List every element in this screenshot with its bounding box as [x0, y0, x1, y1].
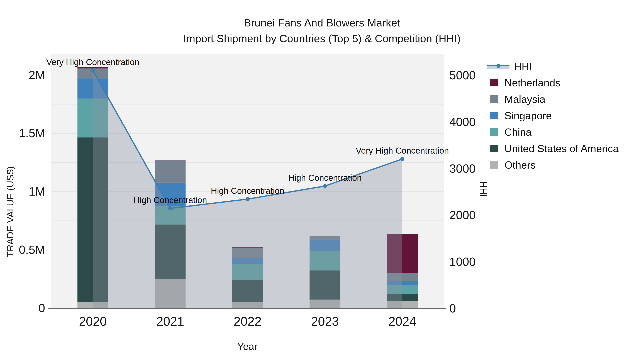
y-axis-title-right: HHI	[478, 150, 489, 228]
y-right-tick-1000: 1000	[449, 255, 476, 268]
annotation-2023: High Concentration	[288, 173, 362, 183]
chart-title-line1: Brunei Fans And Blowers Market	[0, 15, 644, 31]
bar-segment-netherlands-2021	[155, 160, 186, 160]
y-right-tick-5000: 5000	[449, 69, 476, 82]
x-tick-2022: 2022	[234, 315, 262, 328]
hhi-dot-2024	[400, 157, 404, 161]
hhi-dot-2020	[91, 68, 95, 72]
legend-item-malaysia: Malaysia	[490, 93, 618, 105]
legend-label: United States of America	[504, 142, 618, 154]
legend-label: China	[504, 126, 532, 138]
x-axis-title: Year	[194, 341, 301, 352]
x-tick-2020: 2020	[79, 315, 107, 328]
y-right-tick-2000: 2000	[449, 208, 476, 222]
legend-item-united-states-of-america: United States of America	[490, 143, 618, 154]
legend-label: HHI	[514, 60, 532, 72]
bar-segment-netherlands-2020	[78, 67, 108, 68]
annotation-2024: Very High Concentration	[356, 146, 449, 155]
annotation-2022: High Concentration	[211, 186, 284, 196]
legend-label: Malaysia	[504, 93, 546, 105]
x-tick-2023: 2023	[311, 315, 339, 328]
y-right-tick-0: 0	[449, 302, 456, 315]
y-left-tick-2M: 2M	[28, 68, 45, 81]
x-tick-2024: 2024	[388, 315, 416, 328]
hhi-swatch-part	[496, 64, 500, 68]
plot-canvas: Very High ConcentrationHigh Concentratio…	[0, 0, 644, 362]
bar-segment-malaysia-2021	[155, 160, 186, 183]
y-right-tick-4000: 4000	[449, 115, 476, 128]
hhi-dot-2022	[246, 197, 250, 201]
legend-label: Others	[504, 159, 536, 171]
chart-title-line2: Import Shipment by Countries (Top 5) & C…	[0, 31, 644, 46]
chart-title: Brunei Fans And Blowers Market Import Sh…	[0, 15, 644, 46]
legend-item-singapore: Singapore	[490, 110, 618, 121]
y-left-tick-1.5M: 1.5M	[19, 127, 45, 140]
chart-figure: Very High ConcentrationHigh Concentratio…	[0, 0, 644, 362]
hhi-dot-2021	[168, 206, 172, 210]
hhi-dot-2023	[323, 184, 327, 188]
legend: HHINetherlandsMalaysiaSingaporeChinaUnit…	[490, 60, 618, 171]
y-right-tick-3000: 3000	[449, 162, 476, 175]
legend-color-swatch	[490, 95, 498, 103]
annotation-2021: High Concentration	[134, 195, 207, 205]
legend-item-netherlands: Netherlands	[490, 77, 618, 88]
y-left-tick-0: 0	[38, 301, 45, 315]
x-tick-2021: 2021	[156, 315, 184, 328]
legend-label: Netherlands	[504, 77, 560, 89]
legend-item-china: China	[490, 126, 618, 138]
y-left-tick-0.5M: 0.5M	[19, 243, 45, 256]
hhi-line-swatch-icon	[487, 63, 510, 69]
legend-color-swatch	[490, 112, 498, 119]
legend-label: Singapore	[504, 110, 552, 122]
legend-item-others: Others	[490, 159, 618, 171]
annotation-2020: Very High Concentration	[46, 57, 139, 67]
legend-color-swatch	[490, 128, 498, 136]
legend-color-swatch	[490, 161, 498, 169]
legend-item-hhi: HHI	[490, 60, 618, 72]
y-axis-title-left: TRADE VALUE (US$)	[5, 154, 16, 269]
y-left-tick-1M: 1M	[28, 185, 45, 198]
legend-color-swatch	[490, 145, 498, 152]
legend-color-swatch	[490, 79, 498, 86]
